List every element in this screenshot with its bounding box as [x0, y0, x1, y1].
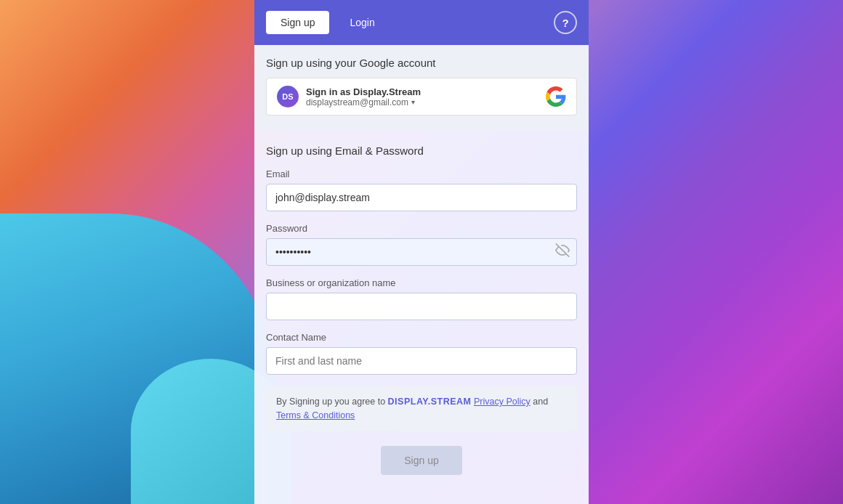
google-info: Sign in as Display.Stream displaystream@… — [306, 86, 421, 107]
email-label: Email — [266, 168, 577, 179]
google-email-row: displaystream@gmail.com ▾ — [306, 97, 421, 107]
business-field-group: Business or organization name — [266, 277, 577, 320]
google-account-name: Sign in as Display.Stream — [306, 86, 421, 97]
privacy-policy-link[interactable]: Privacy Policy — [474, 397, 531, 407]
google-section: Sign up using your Google account DS Sig… — [254, 45, 589, 130]
top-bar: Sign up Login ? — [254, 0, 589, 45]
terms-and: and — [531, 397, 548, 407]
email-section: Sign up using Email & Password Email Pas… — [266, 130, 577, 475]
google-avatar: DS — [277, 86, 299, 107]
google-signin-button[interactable]: DS Sign in as Display.Stream displaystre… — [266, 78, 577, 115]
contact-label: Contact Name — [266, 332, 577, 343]
terms-conditions-link[interactable]: Terms & Conditions — [276, 410, 355, 420]
business-input[interactable] — [266, 293, 577, 320]
email-input[interactable] — [266, 184, 577, 211]
tab-login[interactable]: Login — [335, 11, 389, 34]
email-section-title: Sign up using Email & Password — [266, 145, 577, 157]
password-field-group: Password — [266, 223, 577, 266]
terms-box: By Signing up you agree to DISPLAY.STREA… — [266, 386, 577, 431]
terms-prefix: By Signing up you agree to — [276, 397, 388, 407]
google-section-title: Sign up using your Google account — [266, 57, 577, 69]
signup-card: Sign up Login ? Sign up using your Googl… — [254, 0, 589, 504]
business-label: Business or organization name — [266, 277, 577, 288]
signup-button[interactable]: Sign up — [381, 446, 461, 475]
password-wrapper — [266, 238, 577, 266]
contact-field-group: Contact Name — [266, 332, 577, 375]
password-label: Password — [266, 223, 577, 234]
terms-brand: DISPLAY.STREAM — [388, 397, 472, 407]
google-email: displaystream@gmail.com — [306, 97, 408, 107]
eye-icon[interactable] — [555, 243, 570, 261]
google-logo-icon — [546, 86, 566, 107]
help-button[interactable]: ? — [554, 11, 577, 34]
card-body: Sign up using your Google account DS Sig… — [254, 45, 589, 504]
password-input[interactable] — [266, 238, 577, 266]
tab-signup[interactable]: Sign up — [266, 11, 329, 34]
contact-input[interactable] — [266, 347, 577, 375]
chevron-down-icon: ▾ — [411, 98, 415, 106]
email-field-group: Email — [266, 168, 577, 211]
